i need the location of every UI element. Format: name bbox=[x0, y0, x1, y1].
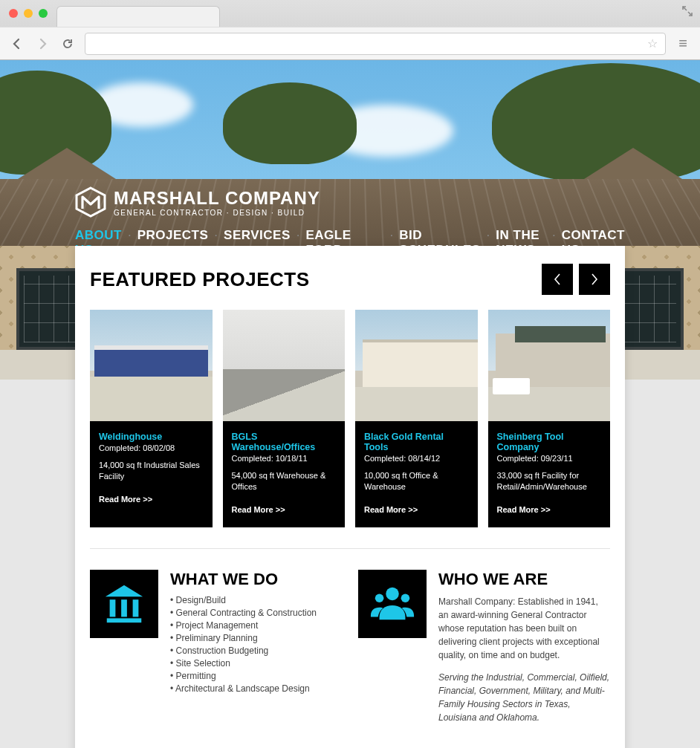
project-thumbnail bbox=[355, 310, 478, 421]
project-desc: 14,000 sq ft Industrial Sales Facility bbox=[99, 460, 204, 483]
project-card[interactable]: Weldinghouse Completed: 08/02/08 14,000 … bbox=[90, 310, 213, 527]
what-we-do-section: WHAT WE DO Design/BuildGeneral Contracti… bbox=[90, 570, 342, 733]
project-thumbnail bbox=[90, 310, 213, 421]
svg-rect-4 bbox=[121, 599, 127, 617]
logo-tagline: GENERAL CONTRACTOR · DESIGN · BUILD bbox=[114, 209, 320, 217]
svg-point-9 bbox=[401, 593, 410, 602]
what-item: General Contracting & Construction bbox=[170, 608, 317, 618]
what-list: Design/BuildGeneral Contracting & Constr… bbox=[170, 595, 317, 694]
svg-point-7 bbox=[386, 588, 398, 600]
window-controls bbox=[9, 9, 48, 18]
browser-tab[interactable] bbox=[56, 6, 220, 27]
what-item: Architectural & Landscape Design bbox=[170, 683, 317, 694]
project-desc: 54,000 sq ft Warehouse & Offices bbox=[232, 470, 337, 493]
what-heading: WHAT WE DO bbox=[170, 570, 317, 589]
main-content: FEATURED PROJECTS Weldinghouse Completed… bbox=[75, 246, 625, 748]
what-item: Site Selection bbox=[170, 658, 317, 669]
bookmark-star-icon[interactable]: ☆ bbox=[647, 36, 658, 51]
project-date: Completed: 09/23/11 bbox=[497, 454, 602, 463]
project-thumbnail bbox=[223, 310, 346, 421]
project-title: Sheinberg Tool Company bbox=[497, 432, 602, 452]
what-item: Construction Budgeting bbox=[170, 645, 317, 656]
svg-point-8 bbox=[375, 593, 384, 602]
browser-menu-icon[interactable]: ≡ bbox=[675, 35, 691, 52]
maximize-window-button[interactable] bbox=[39, 9, 48, 18]
read-more-link[interactable]: Read More >> bbox=[99, 495, 204, 504]
read-more-link[interactable]: Read More >> bbox=[497, 505, 602, 514]
minimize-window-button[interactable] bbox=[24, 9, 33, 18]
logo-mark-icon bbox=[75, 186, 106, 218]
expand-icon[interactable] bbox=[682, 6, 693, 19]
featured-projects-heading: FEATURED PROJECTS bbox=[90, 268, 310, 291]
svg-rect-3 bbox=[110, 599, 116, 617]
who-heading: WHO WE ARE bbox=[438, 570, 610, 589]
svg-marker-0 bbox=[77, 188, 105, 216]
institution-icon bbox=[90, 570, 158, 638]
people-icon bbox=[358, 570, 427, 638]
site-logo[interactable]: MARSHALL COMPANY GENERAL CONTRACTOR · DE… bbox=[75, 186, 625, 218]
carousel-prev-button[interactable] bbox=[542, 264, 573, 295]
project-desc: 33,000 sq ft Facility for Retail/Admin/W… bbox=[497, 470, 602, 493]
what-item: Design/Build bbox=[170, 595, 317, 605]
read-more-link[interactable]: Read More >> bbox=[232, 505, 337, 514]
project-date: Completed: 08/02/08 bbox=[99, 443, 204, 452]
project-card[interactable]: Sheinberg Tool Company Completed: 09/23/… bbox=[488, 310, 611, 527]
who-paragraph-1: Marshall Company: Established in 1941, a… bbox=[438, 595, 610, 662]
project-title: Weldinghouse bbox=[99, 432, 204, 442]
project-title: Black Gold Rental Tools bbox=[364, 432, 469, 452]
what-item: Preliminary Planning bbox=[170, 633, 317, 643]
project-cards: Weldinghouse Completed: 08/02/08 14,000 … bbox=[90, 310, 610, 527]
svg-point-2 bbox=[122, 590, 126, 594]
divider bbox=[90, 548, 610, 549]
forward-button[interactable] bbox=[34, 36, 51, 52]
project-card[interactable]: BGLS Warehouse/Offices Completed: 10/18/… bbox=[223, 310, 346, 527]
close-window-button[interactable] bbox=[9, 9, 18, 18]
who-paragraph-2: Serving the Industrial, Commercial, Oilf… bbox=[438, 671, 610, 724]
svg-rect-6 bbox=[107, 618, 142, 622]
svg-rect-5 bbox=[133, 599, 139, 617]
what-item: Project Management bbox=[170, 620, 317, 631]
back-button[interactable] bbox=[9, 36, 25, 52]
address-bar[interactable]: ☆ bbox=[85, 33, 666, 55]
project-date: Completed: 08/14/12 bbox=[364, 454, 469, 463]
who-we-are-section: WHO WE ARE Marshall Company: Established… bbox=[358, 570, 610, 733]
read-more-link[interactable]: Read More >> bbox=[364, 505, 469, 514]
reload-button[interactable] bbox=[59, 36, 76, 52]
carousel-next-button[interactable] bbox=[579, 264, 610, 295]
browser-chrome: ☆ ≡ bbox=[0, 0, 700, 60]
project-title: BGLS Warehouse/Offices bbox=[232, 432, 337, 452]
project-card[interactable]: Black Gold Rental Tools Completed: 08/14… bbox=[355, 310, 478, 527]
project-thumbnail bbox=[488, 310, 611, 421]
url-input[interactable] bbox=[93, 38, 647, 49]
what-item: Permitting bbox=[170, 671, 317, 681]
project-desc: 10,000 sq ft Office & Warehouse bbox=[364, 470, 469, 493]
logo-company-name: MARSHALL COMPANY bbox=[114, 188, 320, 209]
project-date: Completed: 10/18/11 bbox=[232, 454, 337, 463]
